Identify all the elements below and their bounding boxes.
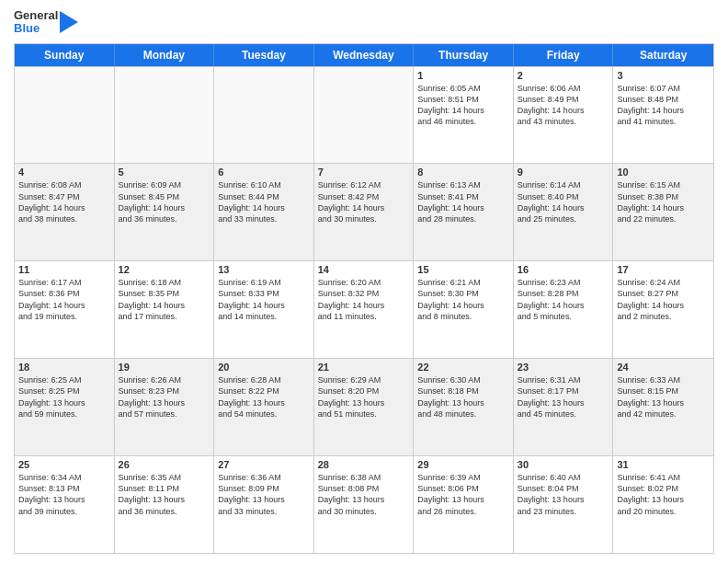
day-cell-30: 30Sunrise: 6:40 AMSunset: 8:04 PMDayligh… (514, 456, 614, 553)
day-info: Sunrise: 6:28 AMSunset: 8:22 PMDaylight:… (218, 375, 285, 418)
day-number: 25 (18, 459, 110, 470)
header: General Blue (14, 9, 714, 36)
day-header-friday: Friday (514, 44, 614, 66)
day-number: 26 (119, 459, 210, 470)
day-info: Sunrise: 6:19 AMSunset: 8:33 PMDaylight:… (218, 278, 285, 320)
day-cell-31: 31Sunrise: 6:41 AMSunset: 8:02 PMDayligh… (613, 456, 713, 553)
day-header-monday: Monday (115, 44, 215, 66)
day-number: 15 (417, 264, 509, 275)
day-number: 10 (617, 167, 710, 178)
day-info: Sunrise: 6:07 AMSunset: 8:48 PMDaylight:… (617, 84, 684, 126)
day-info: Sunrise: 6:35 AMSunset: 8:11 PMDaylight:… (119, 473, 186, 515)
day-number: 22 (417, 362, 509, 373)
day-info: Sunrise: 6:18 AMSunset: 8:35 PMDaylight:… (119, 278, 186, 320)
week-row-3: 11Sunrise: 6:17 AMSunset: 8:36 PMDayligh… (15, 260, 713, 358)
day-info: Sunrise: 6:39 AMSunset: 8:06 PMDaylight:… (417, 473, 484, 515)
day-cell-19: 19Sunrise: 6:26 AMSunset: 8:23 PMDayligh… (115, 359, 215, 455)
week-row-5: 25Sunrise: 6:34 AMSunset: 8:13 PMDayligh… (15, 455, 713, 553)
day-cell-6: 6Sunrise: 6:10 AMSunset: 8:44 PMDaylight… (214, 164, 314, 260)
day-number: 7 (318, 167, 410, 178)
day-number: 16 (518, 264, 609, 275)
calendar-body: 1Sunrise: 6:05 AMSunset: 8:51 PMDaylight… (15, 66, 713, 553)
day-cell-16: 16Sunrise: 6:23 AMSunset: 8:28 PMDayligh… (514, 261, 614, 358)
calendar: SundayMondayTuesdayWednesdayThursdayFrid… (14, 43, 714, 554)
day-number: 17 (617, 264, 710, 275)
day-number: 1 (417, 70, 509, 81)
day-number: 8 (417, 167, 509, 178)
day-cell-14: 14Sunrise: 6:20 AMSunset: 8:32 PMDayligh… (314, 261, 415, 358)
day-number: 29 (417, 459, 509, 470)
day-header-tuesday: Tuesday (214, 44, 314, 66)
day-info: Sunrise: 6:09 AMSunset: 8:45 PMDaylight:… (119, 180, 186, 223)
day-number: 3 (617, 70, 710, 81)
day-number: 23 (518, 362, 609, 373)
logo-general: General (14, 9, 58, 22)
day-info: Sunrise: 6:29 AMSunset: 8:20 PMDaylight:… (318, 375, 385, 418)
day-info: Sunrise: 6:08 AMSunset: 8:47 PMDaylight:… (18, 180, 85, 223)
empty-cell-w0-1 (115, 67, 215, 164)
day-header-wednesday: Wednesday (314, 44, 415, 66)
day-number: 12 (119, 264, 210, 275)
day-cell-1: 1Sunrise: 6:05 AMSunset: 8:51 PMDaylight… (414, 67, 514, 164)
day-number: 2 (518, 70, 609, 81)
day-info: Sunrise: 6:33 AMSunset: 8:15 PMDaylight:… (617, 375, 684, 418)
day-number: 19 (119, 362, 210, 373)
day-cell-27: 27Sunrise: 6:36 AMSunset: 8:09 PMDayligh… (214, 456, 314, 553)
day-info: Sunrise: 6:17 AMSunset: 8:36 PMDaylight:… (18, 278, 85, 320)
day-cell-23: 23Sunrise: 6:31 AMSunset: 8:17 PMDayligh… (514, 359, 614, 455)
day-cell-28: 28Sunrise: 6:38 AMSunset: 8:08 PMDayligh… (314, 456, 415, 553)
day-info: Sunrise: 6:21 AMSunset: 8:30 PMDaylight:… (417, 278, 484, 320)
day-number: 20 (218, 362, 310, 373)
day-cell-9: 9Sunrise: 6:14 AMSunset: 8:40 PMDaylight… (514, 164, 614, 260)
day-cell-13: 13Sunrise: 6:19 AMSunset: 8:33 PMDayligh… (214, 261, 314, 358)
day-info: Sunrise: 6:38 AMSunset: 8:08 PMDaylight:… (318, 473, 385, 515)
day-number: 9 (518, 167, 609, 178)
empty-cell-w0-0 (15, 67, 115, 164)
day-cell-2: 2Sunrise: 6:06 AMSunset: 8:49 PMDaylight… (514, 67, 614, 164)
day-cell-10: 10Sunrise: 6:15 AMSunset: 8:38 PMDayligh… (613, 164, 713, 260)
svg-marker-0 (60, 11, 78, 33)
day-number: 14 (318, 264, 410, 275)
day-info: Sunrise: 6:34 AMSunset: 8:13 PMDaylight:… (18, 473, 85, 515)
day-number: 6 (218, 167, 310, 178)
day-number: 13 (218, 264, 310, 275)
day-info: Sunrise: 6:36 AMSunset: 8:09 PMDaylight:… (218, 473, 285, 515)
day-cell-18: 18Sunrise: 6:25 AMSunset: 8:25 PMDayligh… (15, 359, 115, 455)
day-cell-21: 21Sunrise: 6:29 AMSunset: 8:20 PMDayligh… (314, 359, 415, 455)
day-info: Sunrise: 6:14 AMSunset: 8:40 PMDaylight:… (518, 180, 585, 223)
day-info: Sunrise: 6:06 AMSunset: 8:49 PMDaylight:… (518, 84, 585, 126)
day-info: Sunrise: 6:05 AMSunset: 8:51 PMDaylight:… (417, 84, 484, 126)
week-row-1: 1Sunrise: 6:05 AMSunset: 8:51 PMDaylight… (15, 66, 713, 164)
day-cell-5: 5Sunrise: 6:09 AMSunset: 8:45 PMDaylight… (115, 164, 215, 260)
day-cell-29: 29Sunrise: 6:39 AMSunset: 8:06 PMDayligh… (414, 456, 514, 553)
day-cell-7: 7Sunrise: 6:12 AMSunset: 8:42 PMDaylight… (314, 164, 415, 260)
day-info: Sunrise: 6:31 AMSunset: 8:17 PMDaylight:… (518, 375, 585, 418)
day-header-saturday: Saturday (613, 44, 713, 66)
logo-triangle-icon (60, 11, 78, 33)
day-number: 5 (119, 167, 210, 178)
calendar-header: SundayMondayTuesdayWednesdayThursdayFrid… (15, 44, 713, 66)
day-info: Sunrise: 6:26 AMSunset: 8:23 PMDaylight:… (119, 375, 186, 418)
empty-cell-w0-2 (214, 67, 314, 164)
day-info: Sunrise: 6:20 AMSunset: 8:32 PMDaylight:… (318, 278, 385, 320)
day-cell-15: 15Sunrise: 6:21 AMSunset: 8:30 PMDayligh… (414, 261, 514, 358)
day-number: 11 (18, 264, 110, 275)
day-info: Sunrise: 6:10 AMSunset: 8:44 PMDaylight:… (218, 180, 285, 223)
day-cell-11: 11Sunrise: 6:17 AMSunset: 8:36 PMDayligh… (15, 261, 115, 358)
logo-blue: Blue (14, 22, 40, 35)
day-cell-22: 22Sunrise: 6:30 AMSunset: 8:18 PMDayligh… (414, 359, 514, 455)
day-cell-4: 4Sunrise: 6:08 AMSunset: 8:47 PMDaylight… (15, 164, 115, 260)
day-info: Sunrise: 6:41 AMSunset: 8:02 PMDaylight:… (617, 473, 684, 515)
day-number: 30 (518, 459, 609, 470)
day-cell-20: 20Sunrise: 6:28 AMSunset: 8:22 PMDayligh… (214, 359, 314, 455)
day-info: Sunrise: 6:40 AMSunset: 8:04 PMDaylight:… (518, 473, 585, 515)
day-number: 28 (318, 459, 410, 470)
day-number: 18 (18, 362, 110, 373)
day-cell-8: 8Sunrise: 6:13 AMSunset: 8:41 PMDaylight… (414, 164, 514, 260)
day-info: Sunrise: 6:25 AMSunset: 8:25 PMDaylight:… (18, 375, 85, 418)
day-cell-3: 3Sunrise: 6:07 AMSunset: 8:48 PMDaylight… (613, 67, 713, 164)
day-number: 21 (318, 362, 410, 373)
day-info: Sunrise: 6:24 AMSunset: 8:27 PMDaylight:… (617, 278, 684, 320)
day-info: Sunrise: 6:15 AMSunset: 8:38 PMDaylight:… (617, 180, 684, 223)
day-cell-17: 17Sunrise: 6:24 AMSunset: 8:27 PMDayligh… (613, 261, 713, 358)
